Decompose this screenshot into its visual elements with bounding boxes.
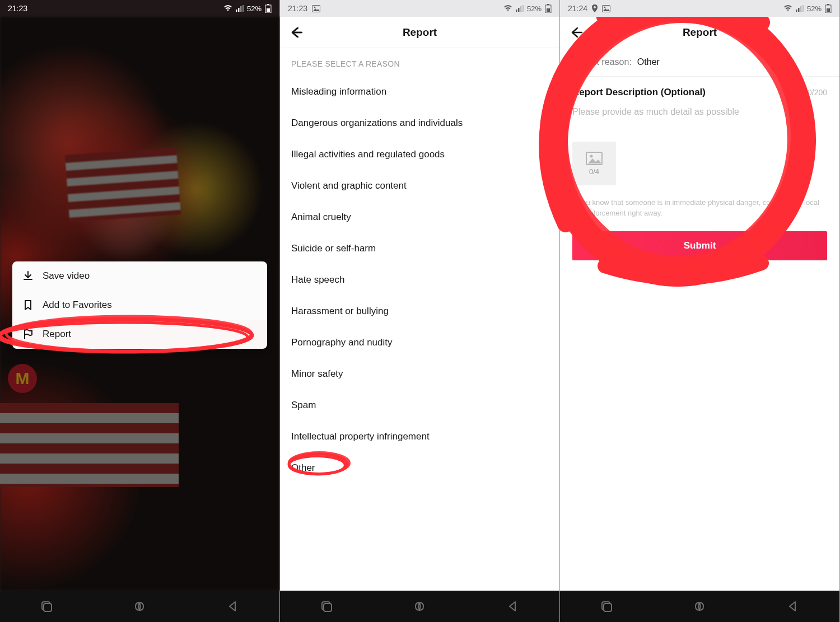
- svg-point-27: [594, 6, 596, 8]
- svg-rect-3: [242, 5, 244, 12]
- recents-icon[interactable]: [40, 600, 53, 612]
- svg-rect-11: [44, 604, 52, 611]
- svg-rect-45: [604, 604, 612, 611]
- submit-label: Submit: [684, 240, 716, 251]
- svg-rect-14: [516, 10, 517, 12]
- description-title: Report Description (Optional): [572, 87, 706, 98]
- page-title: Report: [403, 26, 437, 39]
- home-icon[interactable]: [413, 600, 426, 612]
- svg-rect-26: [324, 604, 332, 611]
- reason-spam[interactable]: Spam: [280, 390, 559, 421]
- svg-rect-16: [520, 6, 522, 12]
- description-input[interactable]: Please provide as much detail as possibl…: [572, 107, 827, 117]
- reason-harassment[interactable]: Harassment or bullying: [280, 296, 559, 327]
- battery-percent: 52%: [527, 4, 542, 13]
- wifi-icon: [223, 5, 232, 12]
- report-item[interactable]: Report: [12, 320, 267, 349]
- back-icon[interactable]: [787, 600, 799, 612]
- arrow-left-icon: [290, 25, 304, 40]
- save-video-item[interactable]: Save video: [12, 261, 267, 291]
- svg-rect-20: [547, 8, 550, 12]
- page-title: Report: [683, 26, 717, 39]
- reason-animal-cruelty[interactable]: Animal cruelty: [280, 202, 559, 233]
- report-reason-panel: 21:23 52% Report PLEASE SELECT A REASON …: [280, 0, 560, 622]
- location-indicator-icon: [592, 4, 598, 12]
- svg-rect-1: [238, 8, 240, 12]
- upload-image-box[interactable]: 0/4: [572, 142, 616, 185]
- bookmark-icon: [22, 300, 34, 311]
- svg-rect-31: [798, 8, 800, 12]
- svg-rect-0: [236, 10, 237, 12]
- svg-rect-2: [240, 6, 242, 12]
- app-header: Report: [280, 17, 559, 48]
- reason-other[interactable]: Other: [280, 452, 559, 484]
- wifi-icon: [783, 5, 792, 12]
- signal-icon: [236, 5, 244, 12]
- svg-rect-30: [796, 10, 797, 12]
- svg-rect-6: [267, 8, 270, 12]
- video-decor: M: [8, 364, 37, 393]
- clock: 21:24: [568, 4, 587, 13]
- image-indicator-icon: [312, 5, 320, 12]
- recents-icon[interactable]: [320, 600, 333, 612]
- reason-suicide[interactable]: Suicide or self-harm: [280, 233, 559, 264]
- reason-pornography[interactable]: Pornography and nudity: [280, 327, 559, 358]
- android-nav-bar: [560, 591, 839, 622]
- upload-counter: 0/4: [589, 167, 599, 176]
- image-icon: [586, 152, 603, 165]
- reason-label: Report reason:: [572, 57, 632, 67]
- clock: 21:23: [8, 4, 27, 13]
- svg-rect-33: [802, 5, 804, 12]
- recents-icon[interactable]: [600, 600, 613, 612]
- signal-icon: [796, 5, 804, 12]
- app-header: Report: [560, 17, 839, 48]
- reason-hate-speech[interactable]: Hate speech: [280, 264, 559, 296]
- svg-point-39: [590, 155, 593, 157]
- clock: 21:23: [288, 4, 307, 13]
- sheet-item-label: Save video: [43, 270, 90, 282]
- status-bar: 21:23 52%: [0, 0, 279, 17]
- add-favorites-item[interactable]: Add to Favorites: [12, 291, 267, 320]
- flag-icon: [22, 329, 34, 340]
- safety-notice: If you know that someone is in immediate…: [560, 185, 839, 228]
- status-icons: 52%: [503, 4, 552, 13]
- svg-rect-32: [800, 6, 802, 12]
- back-icon[interactable]: [507, 600, 519, 612]
- home-icon[interactable]: [693, 600, 706, 612]
- home-icon[interactable]: [133, 600, 146, 612]
- battery-percent: 52%: [807, 4, 822, 13]
- svg-rect-36: [827, 8, 830, 12]
- video-share-panel: 21:23 52% M Save video Add to Favorites …: [0, 0, 280, 622]
- sheet-item-label: Add to Favorites: [43, 300, 112, 311]
- svg-rect-15: [518, 8, 520, 12]
- status-bar: 21:23 52%: [280, 0, 559, 17]
- battery-icon: [545, 4, 552, 13]
- reason-ip-infringement[interactable]: Intellectual property infringement: [280, 421, 559, 452]
- back-button[interactable]: [284, 17, 309, 48]
- report-form: Report reason: Other Report Description …: [560, 48, 839, 264]
- android-nav-bar: [0, 591, 279, 622]
- reason-minor-safety[interactable]: Minor safety: [280, 358, 559, 390]
- android-nav-bar: [280, 591, 559, 622]
- svg-point-29: [604, 6, 606, 8]
- battery-icon: [825, 4, 832, 13]
- status-icons: 52%: [783, 4, 832, 13]
- download-icon: [22, 270, 34, 282]
- status-bar: 21:24 52%: [560, 0, 839, 17]
- battery-percent: 52%: [247, 4, 262, 13]
- battery-icon: [265, 4, 272, 13]
- svg-rect-17: [522, 5, 524, 12]
- image-indicator-icon: [602, 5, 610, 12]
- reason-dangerous-orgs[interactable]: Dangerous organizations and individuals: [280, 107, 559, 139]
- reason-illegal[interactable]: Illegal activities and regulated goods: [280, 139, 559, 170]
- back-icon[interactable]: [227, 600, 239, 612]
- sheet-item-label: Report: [43, 329, 71, 340]
- report-form-panel: 21:24 52% Report Report reason: Other Re…: [560, 0, 840, 622]
- submit-button[interactable]: Submit: [572, 231, 827, 260]
- wifi-icon: [503, 5, 512, 12]
- video-decor: [0, 403, 179, 487]
- arrow-left-icon: [570, 25, 584, 40]
- reason-misleading[interactable]: Misleading information: [280, 76, 559, 107]
- reason-violent[interactable]: Violent and graphic content: [280, 170, 559, 202]
- back-button[interactable]: [564, 17, 589, 48]
